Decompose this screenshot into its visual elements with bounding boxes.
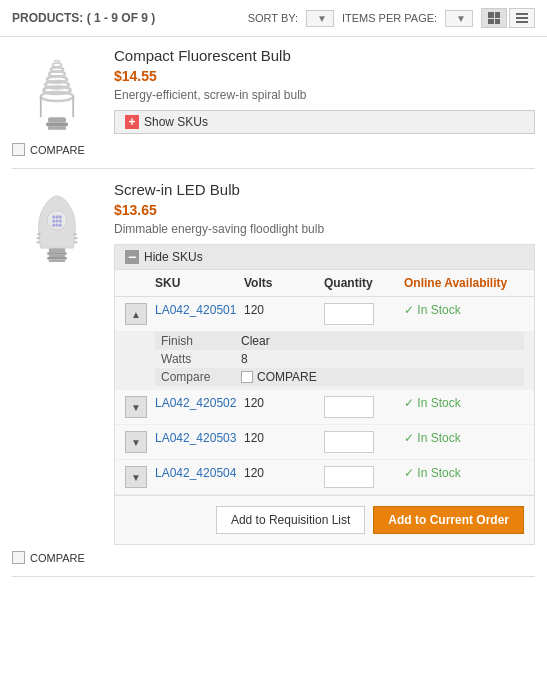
svg-point-22: [52, 219, 55, 222]
watts-value: 8: [235, 350, 524, 368]
items-per-page-label: ITEMS PER PAGE:: [342, 12, 437, 24]
sku-availability-4: In Stock: [404, 466, 524, 480]
sku-qty-input-4[interactable]: [324, 466, 374, 488]
finish-label: Finish: [155, 332, 235, 350]
compare-detail-label: Compare: [155, 368, 235, 386]
sku-toggle-3[interactable]: ▼: [125, 431, 147, 453]
add-to-current-order-button[interactable]: Add to Current Order: [373, 506, 524, 534]
sku-volts-2: 120: [244, 396, 324, 410]
top-bar: PRODUCTS: ( 1 - 9 of 9 ) SORT BY: ▼ ITEM…: [0, 0, 547, 37]
sku-row-data-1: ▲ LA042_420501 120 In Stock: [115, 297, 534, 332]
product-top-1: Compact Fluorescent Bulb $14.55 Energy-e…: [12, 47, 535, 137]
hide-sku-button-2[interactable]: − Hide SKUs: [115, 245, 534, 270]
svg-rect-1: [46, 123, 68, 127]
bulb-image-led: [17, 181, 97, 271]
list-icon: [516, 12, 528, 24]
grid-view-button[interactable]: [481, 8, 507, 28]
product-top-2: Screw-in LED Bulb $13.65 Dimmable energy…: [12, 181, 535, 545]
sku-availability-2: In Stock: [404, 396, 524, 410]
sku-link-2[interactable]: LA042_420502: [155, 396, 244, 410]
svg-point-21: [59, 215, 62, 218]
sku-link-4[interactable]: LA042_420504: [155, 466, 244, 480]
svg-point-9: [53, 63, 62, 67]
product-card-1: Compact Fluorescent Bulb $14.55 Energy-e…: [12, 47, 535, 169]
product-image-2: [12, 181, 102, 271]
svg-rect-16: [47, 257, 67, 259]
grid-icon: [488, 12, 500, 24]
products-area: Compact Fluorescent Bulb $14.55 Energy-e…: [0, 37, 547, 599]
sku-row-data-4: ▼ LA042_420504 120 In Stock: [115, 460, 534, 495]
sku-qty-input-3[interactable]: [324, 431, 374, 453]
show-sku-button-1[interactable]: + Show SKUs: [114, 110, 535, 134]
sku-toggle-2[interactable]: ▼: [125, 396, 147, 418]
svg-point-24: [59, 219, 62, 222]
sort-by-dropdown[interactable]: ▼: [306, 10, 334, 27]
items-per-page-dropdown[interactable]: ▼: [445, 10, 473, 27]
svg-rect-17: [49, 260, 65, 262]
svg-rect-14: [47, 252, 67, 254]
sort-by-arrow: ▼: [317, 13, 327, 24]
list-view-button[interactable]: [509, 8, 535, 28]
compare-detail-checkbox-row: COMPARE: [241, 370, 518, 384]
compare-label-1: COMPARE: [30, 144, 85, 156]
sku-volts-3: 120: [244, 431, 324, 445]
product-desc-1: Energy-efficient, screw-in spiral bulb: [114, 88, 535, 102]
sku-compare-text-1: COMPARE: [257, 370, 317, 384]
svg-point-19: [52, 215, 55, 218]
sku-detail-table-1: Finish Clear Watts 8 Compare: [155, 332, 524, 386]
detail-row-watts: Watts 8: [155, 350, 524, 368]
action-buttons: Add to Requisition List Add to Current O…: [115, 495, 534, 544]
sku-volts-4: 120: [244, 466, 324, 480]
minus-icon-2: −: [125, 250, 139, 264]
add-to-requisition-button[interactable]: Add to Requisition List: [216, 506, 365, 534]
sku-row-1: ▲ LA042_420501 120 In Stock Finish C: [115, 297, 534, 390]
sku-link-1[interactable]: LA042_420501: [155, 303, 244, 317]
bulb-image-cfb: [17, 47, 97, 137]
svg-rect-2: [48, 126, 66, 130]
compare-checkbox-2[interactable]: [12, 551, 25, 564]
product-name-1: Compact Fluorescent Bulb: [114, 47, 535, 64]
product-name-2: Screw-in LED Bulb: [114, 181, 535, 198]
product-price-2: $13.65: [114, 202, 535, 218]
sort-by-label: SORT BY:: [248, 12, 298, 24]
product-price-1: $14.55: [114, 68, 535, 84]
svg-point-25: [52, 224, 55, 227]
plus-icon-1: +: [125, 115, 139, 129]
product-info-1: Compact Fluorescent Bulb $14.55 Energy-e…: [114, 47, 535, 134]
compare-row-1: COMPARE: [12, 143, 535, 156]
svg-point-27: [59, 224, 62, 227]
top-bar-controls: SORT BY: ▼ ITEMS PER PAGE: ▼: [248, 8, 535, 28]
sku-row-data-2: ▼ LA042_420502 120 In Stock: [115, 390, 534, 425]
product-image-1: [12, 47, 102, 137]
svg-point-10: [53, 60, 60, 64]
sku-qty-input-2[interactable]: [324, 396, 374, 418]
compare-detail-value: COMPARE: [235, 368, 524, 386]
svg-point-23: [55, 219, 58, 222]
sku-compare-checkbox-1[interactable]: [241, 371, 253, 383]
sku-row-data-3: ▼ LA042_420503 120 In Stock: [115, 425, 534, 460]
sku-link-3[interactable]: LA042_420503: [155, 431, 244, 445]
sku-col-header: SKU: [155, 276, 244, 290]
product-desc-2: Dimmable energy-saving floodlight bulb: [114, 222, 535, 236]
products-count-label: PRODUCTS: ( 1 - 9 of 9 ): [12, 11, 155, 25]
sku-toggle-1[interactable]: ▲: [125, 303, 147, 325]
compare-row-2: COMPARE: [12, 551, 535, 564]
volts-col-header: Volts: [244, 276, 324, 290]
sku-toggle-4[interactable]: ▼: [125, 466, 147, 488]
compare-checkbox-1[interactable]: [12, 143, 25, 156]
quantity-col-header: Quantity: [324, 276, 404, 290]
watts-label: Watts: [155, 350, 235, 368]
sku-volts-1: 120: [244, 303, 324, 317]
finish-value: Clear: [235, 332, 524, 350]
sku-detail-1: Finish Clear Watts 8 Compare: [115, 332, 534, 390]
product-card-2: Screw-in LED Bulb $13.65 Dimmable energy…: [12, 181, 535, 577]
svg-point-8: [51, 67, 64, 72]
svg-rect-15: [49, 255, 65, 257]
svg-point-26: [55, 224, 58, 227]
sku-area-2: − Hide SKUs SKU Volts Quantity Online Av…: [114, 244, 535, 545]
sku-qty-input-1[interactable]: [324, 303, 374, 325]
svg-rect-13: [49, 248, 65, 252]
svg-rect-0: [48, 117, 66, 122]
items-per-page-arrow: ▼: [456, 13, 466, 24]
detail-row-compare: Compare COMPARE: [155, 368, 524, 386]
